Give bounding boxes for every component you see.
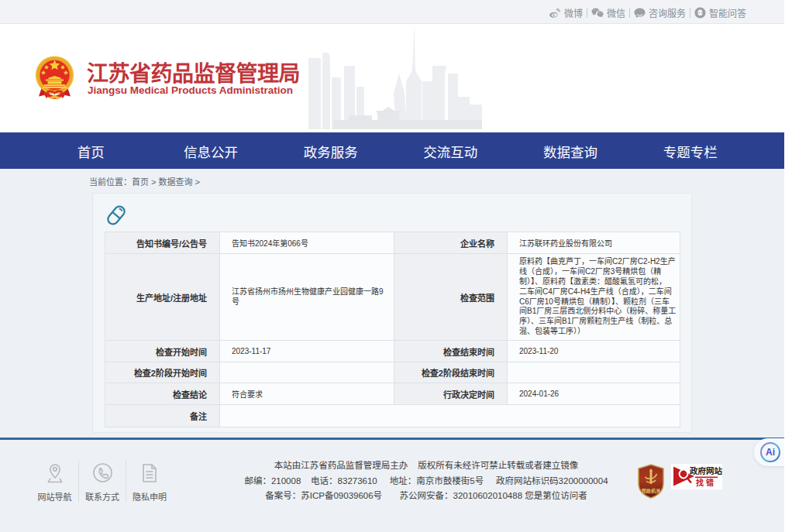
- svg-text:政府网站: 政府网站: [690, 466, 722, 475]
- svg-text:党政机关: 党政机关: [642, 488, 662, 494]
- svg-text:找错: 找错: [696, 478, 716, 487]
